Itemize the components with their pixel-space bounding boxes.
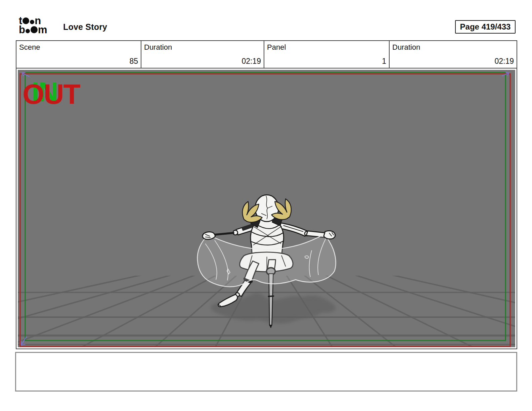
project-title: Love Story: [63, 22, 107, 32]
duration2-label: Duration: [392, 43, 514, 52]
logo-letter: b: [19, 25, 25, 34]
scene-value: 85: [129, 57, 138, 66]
storyboard-panel-image: IN OUT: [18, 70, 515, 347]
logo-dot-icon: [26, 29, 30, 33]
logo-dot-icon: [31, 26, 38, 33]
info-cell-scene: Scene 85: [16, 41, 141, 68]
storyboard-panel-cell: IN OUT: [16, 68, 517, 349]
panel-label: Panel: [267, 43, 386, 52]
page-number-badge: Page 419/433: [455, 20, 516, 34]
storyboard-panel-block: Scene 85 Duration 02:19 Panel 1 Duration…: [16, 40, 517, 349]
caption-box: [15, 352, 517, 392]
toonboom-logo: tn bm: [19, 16, 62, 37]
panel-artwork: IN OUT: [18, 70, 515, 347]
info-cell-panel: Panel 1: [264, 41, 390, 68]
logo-dot-icon: [23, 17, 29, 24]
duration-label: Duration: [144, 43, 261, 52]
info-cell-panel-duration: Duration 02:19: [390, 41, 517, 68]
panel-value: 1: [382, 57, 386, 66]
duration-value: 02:19: [241, 57, 261, 66]
logo-dot-icon: [30, 20, 34, 24]
camera-out-marker: OUT: [23, 78, 81, 110]
info-cell-scene-duration: Duration 02:19: [141, 41, 264, 68]
scene-label: Scene: [19, 43, 138, 52]
toonboom-logo-line2: bm: [19, 25, 62, 34]
logo-letter: m: [38, 25, 47, 34]
duration2-value: 02:19: [494, 57, 514, 66]
